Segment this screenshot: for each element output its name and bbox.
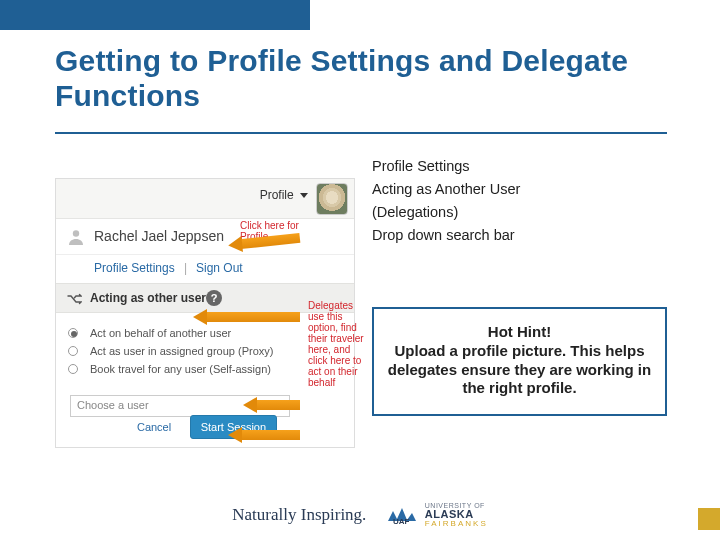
profile-links-row: Profile Settings | Sign Out — [56, 255, 354, 283]
screenshot-topbar: Profile — [56, 179, 354, 219]
logo-line-3: FAIRBANKS — [425, 520, 488, 528]
radio-option[interactable]: Book travel for any user (Self-assign) — [90, 363, 344, 375]
user-display-name: Rachel Jael Jeppsen — [94, 228, 224, 244]
shuffle-icon — [66, 291, 82, 307]
radio-icon — [68, 328, 78, 338]
bullet-item: Acting as Another User — [372, 179, 520, 200]
svg-point-0 — [73, 230, 79, 236]
person-icon — [66, 227, 86, 247]
cancel-button[interactable]: Cancel — [133, 416, 175, 438]
annotation-arrow-icon — [240, 430, 300, 440]
radio-icon — [68, 346, 78, 356]
callout-delegates: Delegates use this option, find their tr… — [308, 300, 368, 388]
help-icon[interactable]: ? — [206, 290, 222, 306]
radio-option[interactable]: Act on behalf of another user — [90, 327, 344, 339]
radio-label: Act on behalf of another user — [90, 327, 231, 339]
slide-footer: Naturally Inspiring. UAF UNIVERSITY OF A… — [0, 502, 720, 528]
bullet-item: (Delegations) — [372, 202, 520, 223]
hint-body: Upload a profile picture. This helps del… — [386, 342, 653, 398]
bullet-list: Profile Settings Acting as Another User … — [372, 156, 520, 248]
radio-option[interactable]: Act as user in assigned group (Proxy) — [90, 345, 344, 357]
bullet-item: Profile Settings — [372, 156, 520, 177]
slide-title: Getting to Profile Settings and Delegate… — [55, 44, 655, 113]
profile-menu-label: Profile — [260, 188, 294, 202]
bullet-item: Drop down search bar — [372, 225, 520, 246]
header-accent-bar — [0, 0, 310, 30]
logo-abbrev: UAF — [393, 517, 410, 525]
section-label: Acting as other user — [90, 291, 206, 305]
uaf-logo-text: UNIVERSITY OF ALASKA FAIRBANKS — [425, 502, 488, 528]
uaf-logo-mark-icon: UAF — [385, 505, 419, 525]
hot-hint-box: Hot Hint! Upload a profile picture. This… — [372, 307, 667, 416]
radio-label: Book travel for any user (Self-assign) — [90, 363, 271, 375]
tagline: Naturally Inspiring. — [232, 505, 366, 525]
footer-gold-square — [698, 508, 720, 530]
sign-out-link[interactable]: Sign Out — [196, 261, 243, 275]
uaf-logo: UAF UNIVERSITY OF ALASKA FAIRBANKS — [385, 502, 488, 528]
hint-title: Hot Hint! — [386, 323, 653, 342]
profile-menu[interactable]: Profile — [260, 188, 308, 202]
dialog-button-row: Cancel Start Session — [56, 415, 354, 439]
chevron-down-icon — [300, 193, 308, 198]
link-divider: | — [184, 261, 187, 275]
radio-label: Act as user in assigned group (Proxy) — [90, 345, 273, 357]
annotation-arrow-icon — [255, 400, 300, 410]
radio-icon — [68, 364, 78, 374]
avatar[interactable] — [316, 183, 348, 215]
profile-settings-link[interactable]: Profile Settings — [94, 261, 175, 275]
annotation-arrow-icon — [205, 312, 300, 322]
title-underline — [55, 132, 667, 134]
